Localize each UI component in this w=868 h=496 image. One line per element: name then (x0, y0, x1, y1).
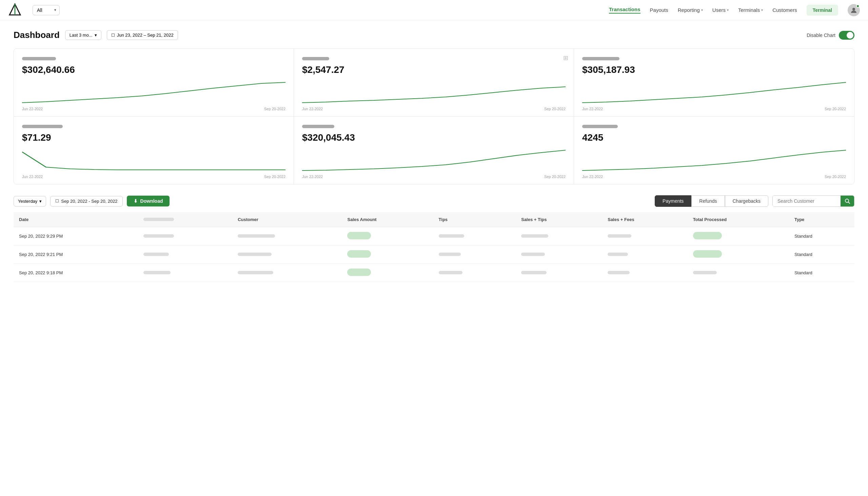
sales-amount-pill (347, 232, 371, 239)
tab-refunds[interactable]: Refunds (691, 195, 725, 207)
chevron-down-icon: ▾ (727, 8, 729, 12)
chevron-down-icon: ▾ (95, 33, 97, 37)
description-bar (143, 234, 174, 238)
grid-icon[interactable]: ⊞ (563, 54, 568, 62)
calendar-icon: ☐ (111, 33, 115, 37)
nav-link-users[interactable]: Users ▾ (712, 7, 729, 13)
metric-label-bar (302, 57, 329, 60)
sales-fees-bar (608, 271, 630, 274)
cell-sales-tips (516, 264, 602, 282)
disable-chart-toggle[interactable] (839, 31, 854, 40)
period-filter-button[interactable]: Last 3 mo... ▾ (65, 30, 102, 40)
total-processed-pill (693, 232, 722, 239)
sparkline-chart (302, 81, 565, 105)
metric-value: $320,045.43 (302, 132, 565, 143)
sales-tips-bar (521, 252, 545, 256)
total-processed-pill (693, 250, 722, 258)
metric-card-2: $305,187.93 Jun 22-2022 Sep 20-2022 (574, 49, 854, 117)
metric-value: 4245 (582, 132, 846, 143)
metric-date-end: Sep 20-2022 (825, 175, 846, 179)
cell-sales-amount (342, 264, 433, 282)
toggle-knob (847, 32, 853, 38)
metrics-grid: $302,640.66 Jun 22-2022 Sep 20-2022 ⊞ $2… (14, 48, 854, 184)
cell-tips (433, 264, 516, 282)
col-customer: Customer (232, 212, 342, 227)
cell-type: Standard (789, 227, 854, 246)
merchant-filter[interactable]: All ▾ (33, 5, 60, 15)
sparkline-chart (582, 149, 846, 172)
cell-description (138, 246, 232, 264)
customer-bar (238, 271, 273, 274)
cell-date: Sep 20, 2022 9:29 PM (14, 227, 138, 246)
metric-card-1: ⊞ $2,547.27 Jun 22-2022 Sep 20-2022 (294, 49, 574, 117)
cell-customer (232, 264, 342, 282)
merchant-select[interactable]: All (33, 5, 60, 15)
nav-link-payouts[interactable]: Payouts (650, 7, 668, 13)
svg-line-4 (848, 202, 850, 203)
nav-link-terminals[interactable]: Terminals ▾ (738, 7, 763, 13)
metric-card-4: $320,045.43 Jun 22-2022 Sep 20-2022 (294, 117, 574, 184)
table-date-range: ☐ Sep 20, 2022 - Sep 20, 2022 (50, 196, 122, 206)
page-title: Dashboard (14, 30, 60, 40)
logo[interactable] (8, 3, 22, 17)
search-input[interactable] (773, 196, 840, 206)
nav-link-customers[interactable]: Customers (772, 7, 797, 13)
total-processed-bar (693, 271, 717, 274)
col-description (138, 212, 232, 227)
tips-bar (439, 234, 464, 238)
metric-date-start: Jun 22-2022 (582, 107, 603, 111)
cell-sales-amount (342, 227, 433, 246)
type-value: Standard (794, 252, 812, 257)
col-sales-+-fees: Sales + Fees (602, 212, 687, 227)
date-value: Sep 20, 2022 9:29 PM (19, 234, 63, 239)
cell-customer (232, 227, 342, 246)
cell-total-processed (687, 264, 789, 282)
metric-dates: Jun 22-2022 Sep 20-2022 (302, 175, 565, 179)
column-placeholder-bar (143, 218, 174, 221)
date-range-picker[interactable]: ☐ Jun 23, 2022 – Sep 21, 2022 (107, 30, 178, 40)
table-period-button[interactable]: Yesterday ▾ (14, 196, 46, 206)
sales-amount-pill (347, 250, 371, 258)
type-value: Standard (794, 270, 812, 275)
metric-dates: Jun 22-2022 Sep 20-2022 (22, 175, 285, 179)
nav-link-reporting[interactable]: Reporting ▾ (678, 7, 703, 13)
terminal-button[interactable]: Terminal (807, 5, 838, 16)
metric-value: $71.29 (22, 132, 285, 143)
avatar[interactable] (848, 4, 860, 16)
metric-date-start: Jun 22-2022 (22, 107, 43, 111)
metric-date-end: Sep 20-2022 (825, 107, 846, 111)
cell-type: Standard (789, 264, 854, 282)
cell-sales-tips (516, 227, 602, 246)
tab-payments[interactable]: Payments (655, 195, 691, 207)
cell-tips (433, 246, 516, 264)
chevron-down-icon: ▾ (701, 8, 703, 12)
sales-tips-bar (521, 234, 548, 238)
sparkline-chart (302, 149, 565, 172)
table-row: Sep 20, 2022 9:29 PMStandard (14, 227, 854, 246)
nav-link-transactions[interactable]: Transactions (609, 6, 640, 14)
metric-date-start: Jun 22-2022 (302, 175, 323, 179)
date-value: Sep 20, 2022 9:21 PM (19, 252, 63, 257)
col-tips: Tips (433, 212, 516, 227)
col-sales-+-tips: Sales + Tips (516, 212, 602, 227)
search-button[interactable] (840, 196, 854, 206)
col-date: Date (14, 212, 138, 227)
download-icon: ⬇ (134, 198, 138, 204)
metric-date-start: Jun 22-2022 (302, 107, 323, 111)
tab-group: PaymentsRefundsChargebacks (655, 195, 768, 207)
nav-links: Transactions Payouts Reporting ▾ Users ▾… (609, 4, 860, 16)
download-button[interactable]: ⬇ Download (127, 196, 170, 206)
cell-tips (433, 227, 516, 246)
metric-dates: Jun 22-2022 Sep 20-2022 (582, 175, 846, 179)
main-content: Dashboard Last 3 mo... ▾ ☐ Jun 23, 2022 … (0, 20, 868, 292)
description-bar (143, 252, 169, 256)
metric-label-bar (22, 125, 63, 128)
customer-bar (238, 234, 275, 238)
description-bar (143, 271, 171, 274)
metric-dates: Jun 22-2022 Sep 20-2022 (582, 107, 846, 111)
cell-customer (232, 246, 342, 264)
sparkline-chart (22, 81, 285, 105)
tab-chargebacks[interactable]: Chargebacks (725, 195, 769, 207)
cell-description (138, 227, 232, 246)
cell-sales-tips (516, 246, 602, 264)
